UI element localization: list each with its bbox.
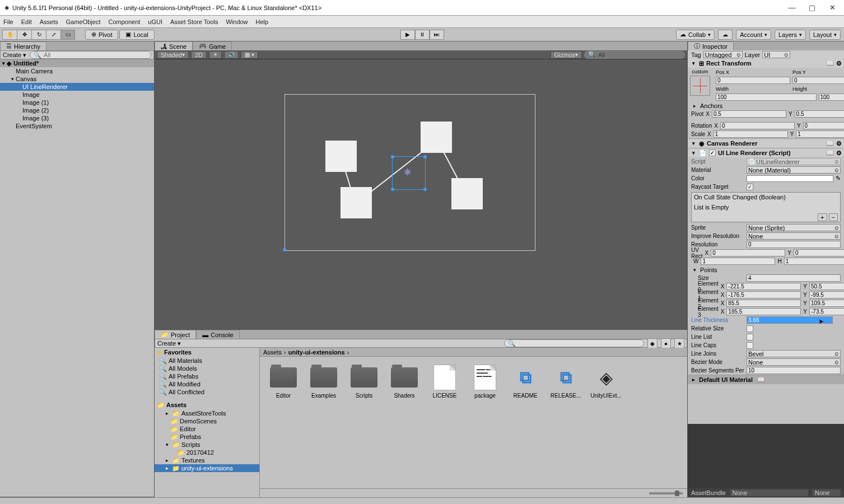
hand-tool-button[interactable]: ✋ [2,30,17,40]
project-search[interactable]: 🔍 [504,339,644,347]
menu-gameobject[interactable]: GameObject [66,18,101,25]
minimize-button[interactable]: — [787,3,797,13]
component-enabled-checkbox[interactable]: ✓ [709,150,716,156]
help-icon[interactable]: 📖 [826,60,834,67]
account-dropdown[interactable]: Account [736,30,771,40]
filter-icon[interactable]: ● [661,338,671,348]
bezier-mode-dropdown[interactable]: None [747,358,841,366]
cloud-button[interactable]: ☁ [718,30,733,40]
zoom-slider[interactable] [649,492,683,494]
hierarchy-item[interactable]: Image (3) [0,114,154,122]
scene-search[interactable]: 🔍All [584,51,685,59]
help-icon[interactable]: 📖 [757,376,765,384]
menu-component[interactable]: Component [108,18,140,25]
2d-toggle[interactable]: 2D [191,51,207,59]
hierarchy-search[interactable]: 🔍All [30,51,151,59]
line-renderer-header[interactable]: ▾📄✓UI Line Renderer (Script)📖⚙ [688,148,844,157]
asset-item[interactable]: Scripts [348,365,380,399]
el3-y[interactable] [809,308,844,315]
gear-icon[interactable]: ⚙ [836,140,842,147]
points-size[interactable] [747,274,841,282]
eyedropper-icon[interactable]: ✎ [836,175,841,182]
el2-x[interactable] [726,300,801,307]
selection-box[interactable]: ✱ [392,156,426,190]
material-field[interactable]: None (Material) [747,166,841,174]
menu-assets[interactable]: Assets [40,18,58,25]
menu-file[interactable]: File [3,18,13,25]
save-search-icon[interactable]: ★ [674,338,684,348]
line-joins-dropdown[interactable]: Bevel [747,350,841,357]
rot-x[interactable] [720,122,795,129]
remove-event-button[interactable]: − [829,213,838,221]
hierarchy-tree[interactable]: ▾◈Untitled* Main Camera ▾Canvas UI LineR… [0,59,154,497]
menu-help[interactable]: Help [256,18,269,25]
tree-row[interactable]: 📁Prefabs [155,433,259,441]
rot-y[interactable] [803,122,844,129]
width-field[interactable] [716,94,817,101]
tree-row[interactable]: 📁20170412 [155,449,259,456]
posy-field[interactable] [792,77,844,84]
tag-dropdown[interactable]: Untagged [703,51,743,58]
tree-row[interactable]: 📁Editor [155,425,259,433]
el1-x[interactable] [726,291,801,298]
step-button[interactable]: ⏭ [430,30,444,40]
audio-toggle[interactable]: 🔊 [224,51,239,59]
maximize-button[interactable]: ▢ [807,3,817,13]
console-tab[interactable]: ▬Console [196,330,239,339]
collab-dropdown[interactable]: ☁Collab [676,30,715,40]
tree-row[interactable]: ▾📁Scripts [155,441,259,449]
local-toggle[interactable]: ▣Local [119,30,154,40]
scene-view[interactable]: ✱ [155,59,687,329]
project-tab[interactable]: 📁Project [155,330,196,339]
canvas-renderer-header[interactable]: ▾◉Canvas Renderer📖⚙ [688,139,844,148]
game-tab[interactable]: 🎮Game [193,41,232,50]
hierarchy-item[interactable]: EventSystem [0,122,154,130]
hierarchy-item[interactable]: Image (1) [0,99,154,106]
help-icon[interactable]: 📖 [826,150,834,157]
inspector-tab[interactable]: ⓘInspector [688,41,734,50]
asset-item[interactable]: Shaders [389,365,420,399]
pivot-y[interactable] [795,110,844,118]
pause-button[interactable]: ⏸ [415,30,430,40]
add-event-button[interactable]: + [818,213,827,221]
tree-row[interactable]: ▸📁AssetStoreTools [155,409,259,417]
tree-row[interactable]: 🔍All Conflicted [155,388,259,396]
canvas-handle[interactable] [283,248,286,251]
bezier-seg-field[interactable] [747,367,841,374]
tree-row[interactable]: 🔍All Models [155,365,259,372]
scene-name[interactable]: Untitled* [13,60,39,67]
create-dropdown[interactable]: Create ▾ [3,52,26,59]
cull-event-list[interactable]: On Cull State Changed (Boolean) List is … [691,192,841,222]
menu-edit[interactable]: Edit [21,18,32,25]
sprite-field[interactable]: None (Sprite) [747,224,841,231]
height-field[interactable] [819,94,845,101]
rect-transform-header[interactable]: ▾⊞Rect Transform📖⚙ [688,59,844,68]
tree-row[interactable]: 🔍All Modified [155,380,259,388]
line-caps-checkbox[interactable] [747,342,753,349]
rotate-tool-button[interactable]: ↻ [31,30,46,40]
hierarchy-item[interactable]: ▾Canvas [0,75,154,83]
scale-x[interactable] [714,130,788,138]
breadcrumb[interactable]: Assets› unity-ui-extensions› [260,348,687,357]
resolution-field[interactable] [747,241,841,248]
asset-item[interactable]: LICENSE [429,365,460,399]
gizmo-icon[interactable]: ✱ [404,167,411,178]
relative-size-checkbox[interactable] [747,325,753,332]
anchor-preset[interactable] [690,76,710,96]
menu-window[interactable]: Window [226,18,248,25]
improve-dropdown[interactable]: None [747,232,841,240]
light-toggle[interactable]: ☀ [209,51,222,59]
layout-dropdown[interactable]: Layout [809,30,841,40]
el0-y[interactable] [809,283,844,290]
shaded-dropdown[interactable]: Shaded ▾ [157,51,189,59]
layer-dropdown[interactable]: UI [762,51,790,58]
tree-row-selected[interactable]: ▸📁unity-ui-extensions [155,464,259,472]
pivot-x[interactable] [712,110,786,118]
asset-item[interactable]: ▬▬▬ ▬▬ ▬▬▬▬ ▬▬ ▬▬▬package [469,365,501,399]
gear-icon[interactable]: ⚙ [836,60,842,67]
el3-x[interactable] [726,308,801,315]
pivot-toggle[interactable]: ⊕Pivot [85,30,118,40]
assetbundle-dropdown[interactable]: None [730,489,808,496]
uv-w[interactable] [701,258,775,265]
el0-x[interactable] [726,283,801,290]
